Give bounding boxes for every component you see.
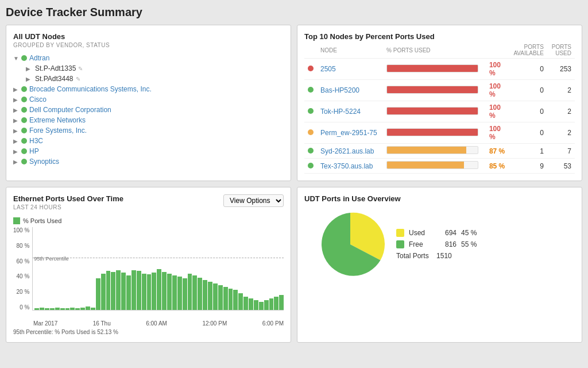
col-ports-used: PORTSUSED	[547, 42, 575, 59]
chart-bar	[111, 272, 115, 310]
row-status-dot	[308, 66, 314, 71]
ports-available-cell: 0	[509, 80, 547, 101]
row-status-dot	[308, 87, 314, 93]
node-link[interactable]: Tex-3750.aus.lab	[320, 162, 373, 170]
table-row: Tok-HP-5224 100 % 0 2	[304, 101, 575, 122]
node-link[interactable]: Bas-HP5200	[320, 86, 359, 94]
udt-ports-panel: UDT Ports in Use Overview Used 694 45 %	[297, 187, 582, 343]
row-status-dot	[308, 148, 314, 154]
cisco-link[interactable]: Cisco	[29, 95, 47, 103]
pct-label-cell: 100 %	[486, 101, 509, 122]
bars-container	[33, 227, 284, 310]
view-options-select[interactable]: View Options	[223, 194, 284, 207]
chart-bar	[75, 308, 80, 310]
bar-cell	[383, 101, 486, 122]
pie-free-color-box	[396, 240, 404, 248]
chart-bar	[259, 302, 264, 310]
table-row: Syd-2621.aus.lab 87 % 1 7	[304, 144, 575, 159]
y-axis-label: 40 %	[17, 273, 30, 279]
node-link[interactable]: Syd-2621.aus.lab	[320, 147, 374, 155]
node-link[interactable]: Tok-HP-5224	[320, 108, 361, 116]
pct-value: 100 %	[489, 61, 501, 77]
y-axis-label: 20 %	[17, 289, 30, 295]
h3c-link[interactable]: H3C	[29, 137, 43, 145]
adt1335-edit-icon[interactable]: ✎	[78, 66, 83, 72]
brocade-arrow-icon: ▶	[13, 86, 19, 93]
port-bar-fill	[387, 129, 478, 136]
extreme-status-dot	[21, 117, 27, 123]
y-axis-label: 0 %	[20, 304, 29, 310]
vendor-dell[interactable]: ▶ Dell Computer Corporation	[13, 105, 284, 115]
vendor-cisco[interactable]: ▶ Cisco	[13, 94, 284, 105]
chart-bar	[80, 308, 85, 310]
chart-area: 100 %80 %60 %40 %20 %0 % 95th Percentile	[13, 227, 284, 319]
chart-bar	[203, 280, 207, 310]
vendor-fore[interactable]: ▶ Fore Systems, Inc.	[13, 125, 284, 136]
pct-value: 87 %	[489, 147, 505, 155]
pie-section: Used 694 45 % Free 816 55 % Total Ports …	[304, 204, 575, 285]
brocade-link[interactable]: Brocade Communications Systems, Inc.	[29, 85, 152, 93]
vendor-synoptics[interactable]: ▶ Synoptics	[13, 156, 284, 167]
chart-bar	[243, 297, 248, 310]
chart-bar	[152, 273, 156, 310]
synoptics-link[interactable]: Synoptics	[29, 158, 59, 166]
y-axis-label: 100 %	[13, 227, 29, 233]
node-st-p-adt1335[interactable]: ▶ St.P-Adt1335 ✎	[26, 63, 284, 74]
chart-bar	[137, 271, 141, 310]
chart-bar	[147, 274, 152, 310]
pie-free-value: 816	[436, 240, 457, 248]
hp-link[interactable]: HP	[29, 147, 39, 155]
adt3448-link[interactable]: St.PAdt3448	[35, 75, 74, 83]
chart-bar	[65, 308, 70, 310]
pie-total-value: 1510	[436, 252, 452, 260]
adt1335-link[interactable]: St.P-Adt1335	[35, 64, 76, 72]
chart-bar	[264, 300, 269, 310]
bar-cell	[383, 59, 486, 80]
vendor-extreme[interactable]: ▶ Extreme Networks	[13, 115, 284, 125]
chart-bar	[167, 274, 172, 310]
chart-bar	[40, 308, 44, 310]
chart-bar	[131, 270, 136, 310]
node-link[interactable]: Perm_ew-2951-75	[320, 129, 377, 137]
chart-bar	[238, 293, 243, 310]
chart-bar	[106, 271, 111, 310]
udt-ports-title: UDT Ports in Use Overview	[304, 194, 575, 203]
pct-label-cell: 85 %	[486, 159, 509, 174]
node-link[interactable]: 2505	[320, 65, 336, 73]
synoptics-status-dot	[21, 159, 27, 164]
table-row: Tex-3750.aus.lab 85 % 9 53	[304, 159, 575, 174]
bar-cell	[383, 80, 486, 101]
adtran-link[interactable]: Adtran	[29, 54, 49, 62]
port-bar-fill	[387, 162, 464, 168]
vendor-h3c[interactable]: ▶ H3C	[13, 136, 284, 146]
extreme-link[interactable]: Extreme Networks	[29, 116, 86, 124]
status-dot-cell	[304, 122, 317, 144]
col-pct: % PORTS USED	[383, 42, 486, 59]
ports-used-cell: 2	[547, 122, 575, 144]
ports-used-cell: 7	[547, 144, 575, 159]
chart-bar	[55, 308, 60, 310]
adt3448-edit-icon[interactable]: ✎	[76, 76, 80, 82]
port-bar	[386, 64, 478, 72]
vendor-adtran[interactable]: ▼ Adtran ▶ St.P-Adt1335 ✎	[13, 53, 284, 84]
chart-bar	[121, 273, 126, 310]
node-name-cell: Bas-HP5200	[317, 80, 383, 101]
chart-bar	[70, 308, 75, 310]
ports-available-cell: 0	[509, 59, 547, 80]
chart-bar	[183, 278, 187, 310]
x-axis-label: Mar 2017	[33, 320, 57, 327]
pie-used-pct: 45 %	[461, 229, 477, 237]
dashboard: All UDT Nodes GROUPED BY VENDOR, STATUS …	[6, 25, 582, 343]
node-st-padt3448[interactable]: ▶ St.PAdt3448 ✎	[26, 74, 284, 84]
port-bar-fill	[387, 86, 478, 93]
fore-link[interactable]: Fore Systems, Inc.	[29, 126, 87, 135]
vendor-brocade[interactable]: ▶ Brocade Communications Systems, Inc.	[13, 84, 284, 94]
chart-bar	[249, 298, 253, 310]
vendor-hp[interactable]: ▶ HP	[13, 146, 284, 156]
dell-link[interactable]: Dell Computer Corporation	[29, 106, 111, 114]
chart-bar	[208, 282, 212, 310]
x-axis-label: 12:00 PM	[202, 320, 227, 327]
node-name-cell: 2505	[317, 59, 383, 80]
chart-bar	[177, 277, 182, 310]
pct-value: 100 %	[489, 125, 501, 141]
